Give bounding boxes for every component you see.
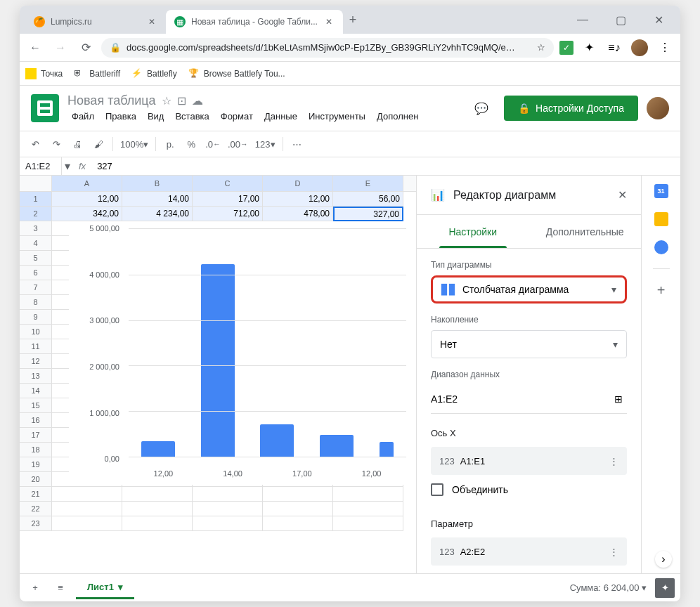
cell[interactable]: 17,00 xyxy=(193,192,263,207)
undo-button[interactable]: ↶ xyxy=(25,134,45,154)
cell[interactable] xyxy=(52,502,122,516)
row-header[interactable]: 17 xyxy=(20,428,52,443)
cell[interactable]: 342,00 xyxy=(52,207,122,221)
row-header[interactable]: 1 xyxy=(20,192,52,207)
grid-icon[interactable]: ⊞ xyxy=(610,391,627,407)
bookmark-tochka[interactable]: Точка xyxy=(25,68,63,79)
print-button[interactable]: 🖨 xyxy=(67,134,87,154)
close-icon[interactable]: ✕ xyxy=(146,16,157,27)
bookmark-battlefy[interactable]: 🏆Browse Battlefy Tou... xyxy=(188,68,285,79)
extension-checkmark[interactable]: ✓ xyxy=(559,41,573,55)
row-header[interactable]: 3 xyxy=(20,221,52,236)
row-header[interactable]: 21 xyxy=(20,487,52,502)
cloud-icon[interactable]: ☁ xyxy=(192,94,203,107)
cell[interactable] xyxy=(122,516,193,531)
cell[interactable] xyxy=(52,516,122,531)
row-header[interactable]: 23 xyxy=(20,516,52,531)
cell[interactable] xyxy=(333,516,403,531)
all-sheets-button[interactable]: ≡ xyxy=(51,578,70,598)
menu-edit[interactable]: Правка xyxy=(101,110,141,123)
cell[interactable] xyxy=(333,487,403,502)
sum-display[interactable]: Сумма: 6 204,00 ▾ xyxy=(570,582,647,593)
formula-input[interactable]: 327 xyxy=(91,161,680,171)
redo-button[interactable]: ↷ xyxy=(46,134,66,154)
menu-file[interactable]: Файл xyxy=(67,110,98,123)
cell[interactable]: 12,00 xyxy=(52,192,122,207)
music-icon[interactable]: ≡♪ xyxy=(604,38,624,58)
menu-data[interactable]: Данные xyxy=(260,110,302,123)
doc-title[interactable]: Новая таблица xyxy=(67,93,156,108)
name-box-dropdown[interactable]: ▾ xyxy=(62,159,73,173)
row-header[interactable]: 20 xyxy=(20,472,52,487)
row-header[interactable]: 15 xyxy=(20,398,52,413)
row-header[interactable]: 7 xyxy=(20,280,52,295)
explore-button[interactable]: ✦ xyxy=(655,578,675,598)
col-header-a[interactable]: A xyxy=(52,176,122,191)
collapse-sidebar-button[interactable]: › xyxy=(655,551,672,568)
menu-insert[interactable]: Вставка xyxy=(171,110,213,123)
cell[interactable] xyxy=(263,516,333,531)
row-header[interactable]: 8 xyxy=(20,295,52,310)
add-addon-icon[interactable]: + xyxy=(654,283,668,297)
more-tools-button[interactable]: ⋯ xyxy=(287,134,307,154)
row-header[interactable]: 22 xyxy=(20,502,52,516)
currency-button[interactable]: р. xyxy=(160,134,180,154)
star-icon[interactable]: ☆ xyxy=(537,42,545,53)
cell[interactable] xyxy=(333,502,403,516)
series-chip[interactable]: 123 A2:E2 ⋮ xyxy=(431,537,627,566)
bookmark-battlefly[interactable]: ⚡Battlefly xyxy=(131,68,177,79)
close-panel-button[interactable]: ✕ xyxy=(618,188,627,202)
close-button[interactable]: ✕ xyxy=(642,8,675,31)
user-avatar[interactable] xyxy=(647,97,669,119)
close-icon[interactable]: ✕ xyxy=(323,16,335,27)
cell[interactable] xyxy=(122,502,193,516)
row-header[interactable]: 13 xyxy=(20,369,52,384)
select-all-corner[interactable] xyxy=(20,176,52,191)
forward-button[interactable]: → xyxy=(51,38,70,58)
sheet-tab-1[interactable]: Лист1 ▾ xyxy=(76,577,134,599)
cell[interactable] xyxy=(263,487,333,502)
row-header[interactable]: 5 xyxy=(20,251,52,266)
cell[interactable]: 327,00 xyxy=(333,207,403,221)
chart-type-select[interactable]: ▊▊ Столбчатая диаграмма ▾ xyxy=(431,275,627,304)
share-button[interactable]: 🔒 Настройки Доступа xyxy=(504,96,638,121)
number-format-button[interactable]: 123 ▾ xyxy=(252,134,278,154)
name-box[interactable]: A1:E2 xyxy=(20,157,62,175)
row-header[interactable]: 2 xyxy=(20,207,52,221)
row-header[interactable]: 9 xyxy=(20,310,52,325)
calendar-icon[interactable]: 31 xyxy=(654,184,668,198)
menu-tools[interactable]: Инструменты xyxy=(304,110,370,123)
cell[interactable]: 478,00 xyxy=(263,207,333,221)
menu-format[interactable]: Формат xyxy=(216,110,257,123)
cell[interactable] xyxy=(263,502,333,516)
stacking-select[interactable]: Нет ▾ xyxy=(431,330,627,358)
row-header[interactable]: 18 xyxy=(20,443,52,457)
cell[interactable] xyxy=(193,516,263,531)
tasks-icon[interactable] xyxy=(654,240,668,254)
tab-lumpics[interactable]: 🍊 Lumpics.ru ✕ xyxy=(25,10,166,34)
data-range-input[interactable]: A1:E2 ⊞ xyxy=(431,385,627,414)
col-header-e[interactable]: E xyxy=(333,176,403,191)
cell[interactable] xyxy=(122,487,193,502)
aggregate-checkbox[interactable]: Объединить xyxy=(431,475,627,504)
profile-avatar[interactable] xyxy=(630,38,649,58)
bookmark-battleriff[interactable]: ⛨Battleriff xyxy=(74,68,120,79)
col-header-d[interactable]: D xyxy=(263,176,333,191)
row-header[interactable]: 11 xyxy=(20,339,52,354)
cell[interactable]: 12,00 xyxy=(263,192,333,207)
new-tab-button[interactable]: + xyxy=(343,10,363,30)
sheets-logo[interactable] xyxy=(31,94,59,122)
row-header[interactable]: 10 xyxy=(20,325,52,339)
more-icon[interactable]: ⋮ xyxy=(609,456,618,466)
row-header[interactable]: 14 xyxy=(20,384,52,398)
back-button[interactable]: ← xyxy=(25,38,45,58)
increase-decimal-button[interactable]: .00→ xyxy=(225,134,251,154)
minimize-button[interactable]: — xyxy=(566,8,599,31)
menu-view[interactable]: Вид xyxy=(143,110,169,123)
col-header-c[interactable]: C xyxy=(193,176,263,191)
row-header[interactable]: 4 xyxy=(20,236,52,251)
more-icon[interactable]: ⋮ xyxy=(609,547,618,557)
cell[interactable] xyxy=(193,502,263,516)
tab-sheets[interactable]: ▦ Новая таблица - Google Табли... ✕ xyxy=(166,10,343,34)
cell[interactable]: 56,00 xyxy=(333,192,403,207)
